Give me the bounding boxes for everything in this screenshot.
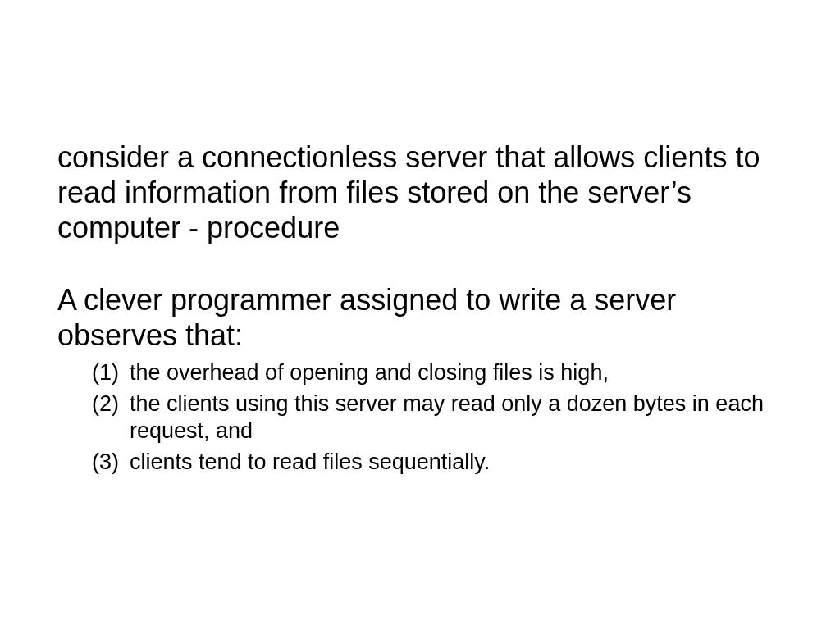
list-item: (1) the overhead of opening and closing … bbox=[92, 359, 783, 387]
list-marker: (2) bbox=[92, 390, 130, 446]
list-marker: (3) bbox=[92, 449, 130, 477]
list-item: (3) clients tend to read files sequentia… bbox=[92, 449, 783, 477]
list-text: clients tend to read files sequentially. bbox=[130, 449, 783, 477]
observation-paragraph: A clever programmer assigned to write a … bbox=[57, 282, 783, 353]
intro-paragraph: consider a connectionless server that al… bbox=[57, 139, 783, 246]
list-text: the overhead of opening and closing file… bbox=[130, 359, 783, 387]
slide-content: consider a connectionless server that al… bbox=[57, 139, 783, 477]
list-item: (2) the clients using this server may re… bbox=[92, 390, 783, 446]
list-marker: (1) bbox=[92, 359, 130, 387]
list-text: the clients using this server may read o… bbox=[130, 390, 783, 446]
observation-list: (1) the overhead of opening and closing … bbox=[57, 359, 783, 477]
